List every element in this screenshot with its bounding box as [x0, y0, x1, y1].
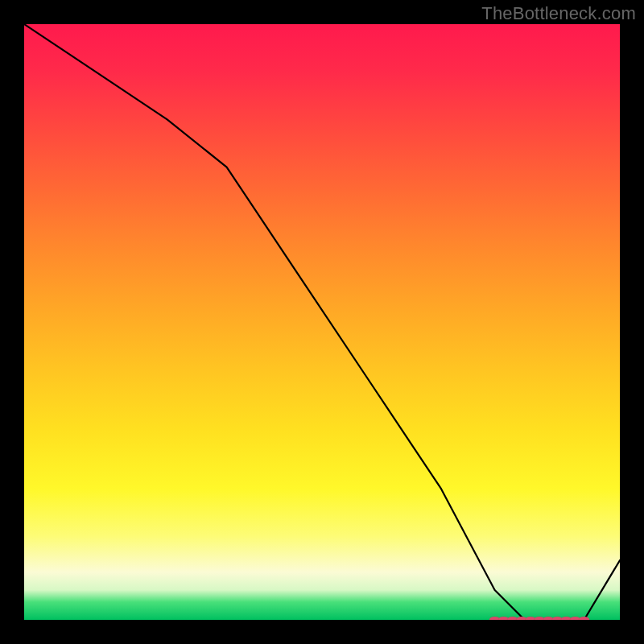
bottleneck-curve [24, 24, 620, 620]
curve-svg [24, 24, 620, 620]
chart-frame: TheBottleneck.com [0, 0, 644, 644]
watermark-text: TheBottleneck.com [481, 3, 636, 24]
flat-region-markers [489, 617, 589, 620]
plot-area [24, 24, 620, 620]
marker-dot [579, 617, 589, 620]
